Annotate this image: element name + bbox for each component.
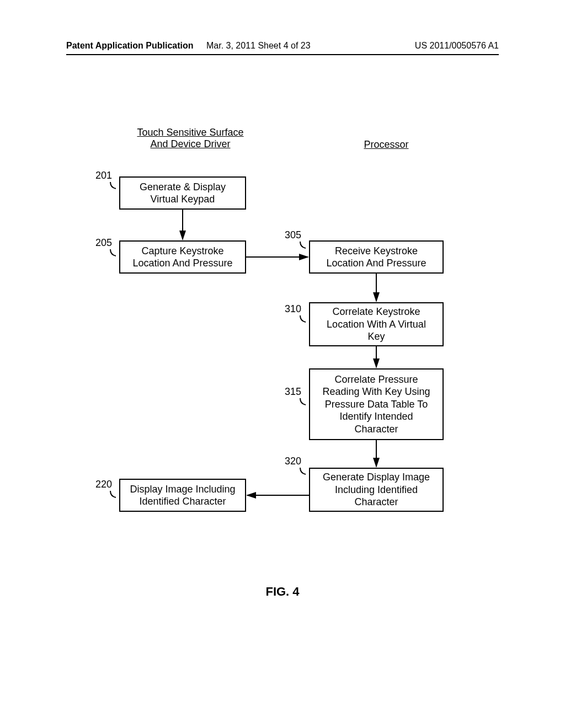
box-310: Correlate Keystroke Location With A Virt… (309, 302, 444, 346)
ref-310: 310 (285, 303, 301, 315)
header-right: US 2011/0050576 A1 (415, 41, 499, 51)
box-201: Generate & Display Virtual Keypad (119, 176, 246, 210)
ref-320: 320 (285, 456, 301, 467)
page-root: Patent Application Publication Mar. 3, 2… (0, 0, 565, 728)
box-220: Display Image Including Identified Chara… (119, 479, 246, 512)
box-320: Generate Display Image Including Identif… (309, 468, 444, 512)
header-left: Patent Application Publication (66, 41, 194, 51)
ref-205: 205 (95, 237, 112, 249)
box-205: Capture Keystroke Location And Pressure (119, 240, 246, 274)
header-mid: Mar. 3, 2011 Sheet 4 of 23 (206, 41, 311, 51)
figure-caption: FIG. 4 (0, 585, 565, 599)
column-title-left: Touch Sensitive Surface And Device Drive… (119, 127, 262, 150)
box-315: Correlate Pressure Reading With Key Usin… (309, 368, 444, 440)
ref-201: 201 (95, 170, 112, 181)
ref-305: 305 (285, 229, 301, 241)
header-rule (66, 54, 499, 55)
ref-220: 220 (95, 479, 112, 490)
column-title-right: Processor (326, 139, 447, 151)
diagram-arrows (0, 0, 565, 728)
ref-315: 315 (285, 386, 301, 398)
box-305: Receive Keystroke Location And Pressure (309, 240, 444, 274)
